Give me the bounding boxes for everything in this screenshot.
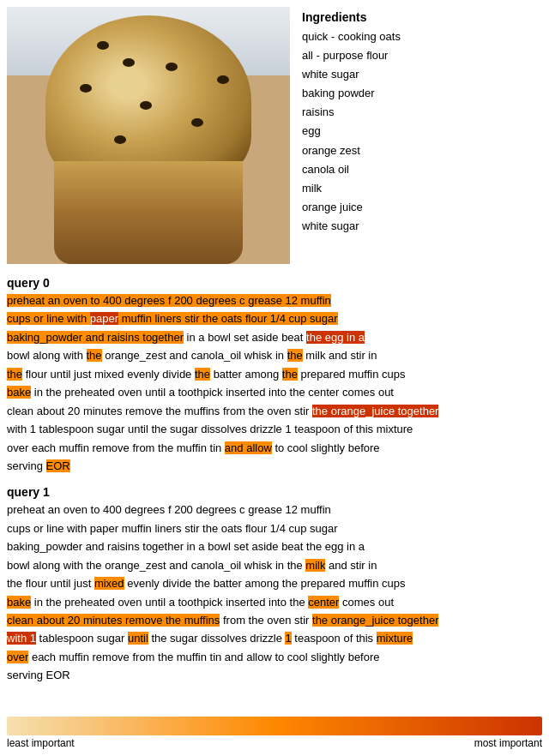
text-segment: 1 tablespoon sugar until the sugar disso…	[27, 423, 413, 435]
gradient-bar-container: least important most important	[0, 711, 549, 756]
chip	[140, 101, 152, 110]
ingredient-item: white sugar	[302, 65, 539, 84]
text-segment: EOR	[46, 459, 70, 472]
text-segment: center	[308, 596, 339, 609]
page-wrapper: Ingredients quick - cooking oatsall - pu…	[0, 0, 549, 756]
text-segment: evenly divide the batter among the prepa…	[124, 577, 406, 590]
text-segment: teaspoon of this	[292, 632, 377, 645]
ingredient-item: baking powder	[302, 84, 539, 103]
text-segment: the orange_juice together	[312, 614, 438, 627]
text-segment: preheat an oven to 400 degrees f 200 deg…	[7, 294, 331, 307]
text-segment: until	[128, 632, 148, 645]
text-segment: with 1	[7, 632, 36, 645]
text-segment: serving EOR	[7, 669, 70, 681]
chip	[80, 84, 92, 93]
ingredient-item: all - purpose flour	[302, 46, 539, 65]
text-segment: preheat an oven to 400 degrees f 200 deg…	[7, 503, 331, 516]
text-segment: 1	[285, 632, 291, 645]
gradient-right-label: most important	[474, 737, 542, 749]
text-segment: and stir in	[325, 559, 377, 572]
ingredient-item: canola oil	[302, 160, 539, 179]
text-segment: with	[7, 423, 27, 435]
text-segment: each muffin remove from the muffin tin a…	[28, 651, 379, 663]
text-segment: clean about 20 minutes remove the muffin…	[7, 405, 312, 417]
chip	[166, 63, 178, 71]
ingredient-item: milk	[302, 179, 539, 198]
query1-section: query 1 preheat an oven to 400 degrees f…	[0, 480, 549, 689]
ingredients-title: Ingredients	[302, 10, 539, 24]
gradient-bar	[7, 717, 542, 735]
text-segment: baking_powder and raisins together in a …	[7, 540, 365, 553]
ingredient-item: orange juice	[302, 198, 539, 217]
text-segment: mixed	[94, 577, 124, 590]
text-segment: cups or line with paper muffin liners st…	[7, 522, 338, 535]
text-segment: bake	[7, 596, 31, 609]
gradient-left-label: least important	[7, 737, 75, 749]
text-segment: over each muffin remove from the muffin …	[7, 441, 225, 454]
gradient-labels: least important most important	[7, 737, 542, 749]
query1-title: query 1	[7, 485, 542, 499]
text-segment: the egg in a	[306, 331, 365, 344]
query1-text: preheat an oven to 400 degrees f 200 deg…	[7, 501, 542, 684]
text-segment: and allow	[225, 441, 272, 454]
text-segment: the	[282, 368, 298, 381]
text-segment: in the preheated oven until a toothpick …	[31, 386, 394, 399]
ingredient-item: orange zest	[302, 141, 539, 160]
text-segment: in the preheated oven until a toothpick …	[31, 596, 308, 609]
query0-text: preheat an oven to 400 degrees f 200 deg…	[7, 291, 542, 475]
text-segment: milk	[305, 559, 325, 572]
text-segment: bowl along with the orange_zest and cano…	[7, 559, 305, 572]
text-segment: prepared muffin cups	[298, 368, 406, 381]
text-segment: to cool slightly before	[272, 441, 380, 454]
text-segment: bake	[7, 386, 31, 399]
text-segment: comes out	[339, 596, 394, 609]
muffin-scene	[7, 7, 290, 264]
chip	[217, 75, 229, 84]
chip	[191, 118, 203, 127]
text-segment: from the oven stir	[220, 614, 312, 627]
text-segment: paper	[90, 312, 118, 325]
query0-section: query 0 preheat an oven to 400 degrees f…	[0, 271, 549, 480]
text-segment: the	[87, 349, 102, 362]
text-segment: clean about 20 minutes remove the muffin…	[7, 614, 220, 627]
text-segment: the sugar dissolves drizzle	[148, 632, 286, 645]
text-segment: milk and stir in	[303, 349, 377, 362]
text-segment: mixture	[377, 632, 413, 645]
chip	[114, 135, 126, 144]
text-segment: the	[7, 368, 22, 381]
text-segment: in a bowl set aside beat	[184, 331, 306, 344]
ingredients-list: quick - cooking oatsall - purpose flourw…	[302, 27, 539, 236]
text-segment: tablespoon sugar	[36, 632, 128, 645]
query0-title: query 0	[7, 276, 542, 290]
text-segment: the	[287, 349, 303, 362]
chip	[97, 41, 109, 50]
text-segment: bowl along with	[7, 349, 87, 362]
chip	[123, 58, 135, 67]
ingredient-item: white sugar	[302, 217, 539, 236]
text-segment: the flour until just	[7, 577, 94, 590]
text-segment: orange_zest and canola_oil whisk in	[102, 349, 287, 362]
text-segment: batter among	[210, 368, 282, 381]
ingredients-section: Ingredients quick - cooking oatsall - pu…	[299, 7, 542, 264]
text-segment: baking_powder and raisins together	[7, 331, 184, 344]
ingredient-item: raisins	[302, 103, 539, 122]
content-area: Ingredients quick - cooking oatsall - pu…	[0, 0, 549, 741]
text-segment: over	[7, 651, 28, 663]
text-segment: the	[195, 368, 210, 381]
text-segment: flour until just mixed evenly divide	[22, 368, 195, 381]
text-segment: the orange_juice together	[312, 405, 438, 417]
muffin-base	[54, 161, 243, 264]
ingredient-item: quick - cooking oats	[302, 27, 539, 46]
text-segment: muffin liners stir the oats flour 1/4 cu…	[118, 312, 338, 325]
top-section: Ingredients quick - cooking oatsall - pu…	[0, 0, 549, 271]
text-segment: cups or line with	[7, 312, 90, 325]
ingredient-item: egg	[302, 122, 539, 141]
food-image	[7, 7, 290, 264]
text-segment: serving	[7, 459, 46, 472]
